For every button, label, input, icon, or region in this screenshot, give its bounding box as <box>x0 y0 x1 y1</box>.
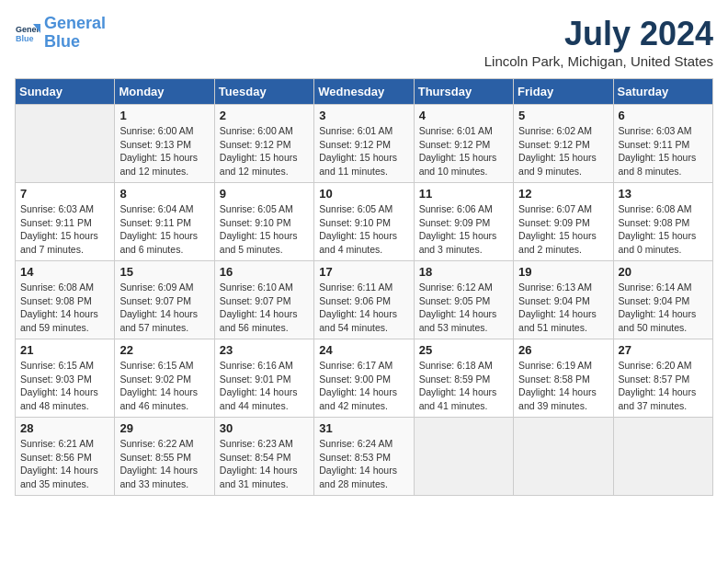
day-number: 27 <box>619 343 708 357</box>
day-number: 6 <box>619 109 708 122</box>
day-info: Sunrise: 6:09 AM Sunset: 9:07 PM Dayligh… <box>119 281 209 335</box>
calendar-cell: 7Sunrise: 6:03 AM Sunset: 9:11 PM Daylig… <box>16 183 115 261</box>
header-day-tuesday: Tuesday <box>214 79 313 105</box>
calendar-cell: 15Sunrise: 6:09 AM Sunset: 9:07 PM Dayli… <box>115 261 214 339</box>
day-number: 29 <box>119 421 209 435</box>
day-number: 3 <box>319 109 408 122</box>
calendar-cell: 14Sunrise: 6:08 AM Sunset: 9:08 PM Dayli… <box>16 261 115 339</box>
calendar-cell: 28Sunrise: 6:21 AM Sunset: 8:56 PM Dayli… <box>16 418 115 496</box>
day-number: 11 <box>419 187 508 201</box>
calendar-cell: 1Sunrise: 6:00 AM Sunset: 9:13 PM Daylig… <box>115 105 214 183</box>
calendar-cell: 11Sunrise: 6:06 AM Sunset: 9:09 PM Dayli… <box>414 183 513 261</box>
calendar-cell <box>414 418 513 496</box>
header-day-sunday: Sunday <box>16 79 115 105</box>
calendar-cell: 8Sunrise: 6:04 AM Sunset: 9:11 PM Daylig… <box>115 183 214 261</box>
day-info: Sunrise: 6:15 AM Sunset: 9:02 PM Dayligh… <box>119 359 209 413</box>
title-block: July 2024 Lincoln Park, Michigan, United… <box>484 15 713 69</box>
day-number: 13 <box>619 187 708 201</box>
day-number: 23 <box>220 343 309 357</box>
day-number: 21 <box>20 343 109 357</box>
day-number: 28 <box>20 421 109 435</box>
day-number: 14 <box>20 265 109 279</box>
day-info: Sunrise: 6:08 AM Sunset: 9:08 PM Dayligh… <box>20 281 109 335</box>
day-number: 18 <box>419 265 508 279</box>
week-row-3: 14Sunrise: 6:08 AM Sunset: 9:08 PM Dayli… <box>16 261 713 339</box>
day-number: 7 <box>20 187 109 201</box>
location: Lincoln Park, Michigan, United States <box>484 53 713 69</box>
day-info: Sunrise: 6:11 AM Sunset: 9:06 PM Dayligh… <box>319 281 408 335</box>
calendar-cell: 5Sunrise: 6:02 AM Sunset: 9:12 PM Daylig… <box>514 105 613 183</box>
day-info: Sunrise: 6:01 AM Sunset: 9:12 PM Dayligh… <box>419 124 508 178</box>
day-number: 26 <box>518 343 608 357</box>
day-info: Sunrise: 6:10 AM Sunset: 9:07 PM Dayligh… <box>220 281 309 335</box>
day-info: Sunrise: 6:18 AM Sunset: 8:59 PM Dayligh… <box>419 359 508 413</box>
calendar-cell: 24Sunrise: 6:17 AM Sunset: 9:00 PM Dayli… <box>314 339 414 418</box>
header-day-wednesday: Wednesday <box>314 79 414 105</box>
calendar-cell: 31Sunrise: 6:24 AM Sunset: 8:53 PM Dayli… <box>314 418 414 496</box>
header-day-monday: Monday <box>115 79 214 105</box>
calendar-cell <box>514 418 613 496</box>
header-day-thursday: Thursday <box>414 79 513 105</box>
day-number: 16 <box>220 265 309 279</box>
day-info: Sunrise: 6:22 AM Sunset: 8:55 PM Dayligh… <box>119 437 209 491</box>
day-info: Sunrise: 6:05 AM Sunset: 9:10 PM Dayligh… <box>319 202 408 257</box>
day-info: Sunrise: 6:21 AM Sunset: 8:56 PM Dayligh… <box>20 437 109 491</box>
day-number: 25 <box>419 343 508 357</box>
calendar-cell: 20Sunrise: 6:14 AM Sunset: 9:04 PM Dayli… <box>613 261 712 339</box>
day-number: 31 <box>319 421 408 435</box>
page-header: General Blue GeneralBlue July 2024 Linco… <box>15 15 713 69</box>
calendar-cell: 9Sunrise: 6:05 AM Sunset: 9:10 PM Daylig… <box>214 183 313 261</box>
day-info: Sunrise: 6:07 AM Sunset: 9:09 PM Dayligh… <box>518 202 608 257</box>
day-number: 30 <box>220 421 309 435</box>
calendar-cell: 12Sunrise: 6:07 AM Sunset: 9:09 PM Dayli… <box>514 183 613 261</box>
calendar-cell: 17Sunrise: 6:11 AM Sunset: 9:06 PM Dayli… <box>314 261 414 339</box>
day-info: Sunrise: 6:19 AM Sunset: 8:58 PM Dayligh… <box>518 359 608 413</box>
day-number: 10 <box>319 187 408 201</box>
day-info: Sunrise: 6:14 AM Sunset: 9:04 PM Dayligh… <box>619 281 708 335</box>
calendar-cell: 25Sunrise: 6:18 AM Sunset: 8:59 PM Dayli… <box>414 339 513 418</box>
day-info: Sunrise: 6:16 AM Sunset: 9:01 PM Dayligh… <box>220 359 309 413</box>
day-info: Sunrise: 6:00 AM Sunset: 9:13 PM Dayligh… <box>119 124 209 178</box>
calendar-cell <box>16 105 115 183</box>
calendar-cell: 29Sunrise: 6:22 AM Sunset: 8:55 PM Dayli… <box>115 418 214 496</box>
calendar-cell: 27Sunrise: 6:20 AM Sunset: 8:57 PM Dayli… <box>613 339 712 418</box>
calendar-cell: 22Sunrise: 6:15 AM Sunset: 9:02 PM Dayli… <box>115 339 214 418</box>
header-day-friday: Friday <box>514 79 613 105</box>
calendar-header-row: SundayMondayTuesdayWednesdayThursdayFrid… <box>16 79 713 105</box>
day-info: Sunrise: 6:20 AM Sunset: 8:57 PM Dayligh… <box>619 359 708 413</box>
svg-text:Blue: Blue <box>16 34 34 43</box>
calendar-cell: 21Sunrise: 6:15 AM Sunset: 9:03 PM Dayli… <box>16 339 115 418</box>
day-number: 15 <box>119 265 209 279</box>
day-info: Sunrise: 6:06 AM Sunset: 9:09 PM Dayligh… <box>419 202 508 257</box>
logo: General Blue GeneralBlue <box>15 15 106 52</box>
day-number: 24 <box>319 343 408 357</box>
day-number: 4 <box>419 109 508 122</box>
calendar-cell: 23Sunrise: 6:16 AM Sunset: 9:01 PM Dayli… <box>214 339 313 418</box>
day-number: 1 <box>119 109 209 122</box>
day-info: Sunrise: 6:02 AM Sunset: 9:12 PM Dayligh… <box>518 124 608 178</box>
calendar-cell <box>613 418 712 496</box>
day-number: 22 <box>119 343 209 357</box>
day-info: Sunrise: 6:04 AM Sunset: 9:11 PM Dayligh… <box>119 202 209 257</box>
calendar-cell: 26Sunrise: 6:19 AM Sunset: 8:58 PM Dayli… <box>514 339 613 418</box>
day-number: 12 <box>518 187 608 201</box>
calendar-cell: 19Sunrise: 6:13 AM Sunset: 9:04 PM Dayli… <box>514 261 613 339</box>
week-row-1: 1Sunrise: 6:00 AM Sunset: 9:13 PM Daylig… <box>16 105 713 183</box>
logo-icon: General Blue <box>15 20 40 46</box>
calendar-cell: 10Sunrise: 6:05 AM Sunset: 9:10 PM Dayli… <box>314 183 414 261</box>
day-number: 8 <box>119 187 209 201</box>
week-row-5: 28Sunrise: 6:21 AM Sunset: 8:56 PM Dayli… <box>16 418 713 496</box>
day-info: Sunrise: 6:12 AM Sunset: 9:05 PM Dayligh… <box>419 281 508 335</box>
calendar-cell: 4Sunrise: 6:01 AM Sunset: 9:12 PM Daylig… <box>414 105 513 183</box>
day-number: 19 <box>518 265 608 279</box>
calendar-table: SundayMondayTuesdayWednesdayThursdayFrid… <box>15 78 713 496</box>
day-number: 9 <box>220 187 309 201</box>
calendar-cell: 3Sunrise: 6:01 AM Sunset: 9:12 PM Daylig… <box>314 105 414 183</box>
calendar-cell: 18Sunrise: 6:12 AM Sunset: 9:05 PM Dayli… <box>414 261 513 339</box>
day-info: Sunrise: 6:03 AM Sunset: 9:11 PM Dayligh… <box>619 124 708 178</box>
day-info: Sunrise: 6:24 AM Sunset: 8:53 PM Dayligh… <box>319 437 408 491</box>
header-day-saturday: Saturday <box>613 79 712 105</box>
day-info: Sunrise: 6:00 AM Sunset: 9:12 PM Dayligh… <box>220 124 309 178</box>
week-row-4: 21Sunrise: 6:15 AM Sunset: 9:03 PM Dayli… <box>16 339 713 418</box>
day-number: 2 <box>220 109 309 122</box>
